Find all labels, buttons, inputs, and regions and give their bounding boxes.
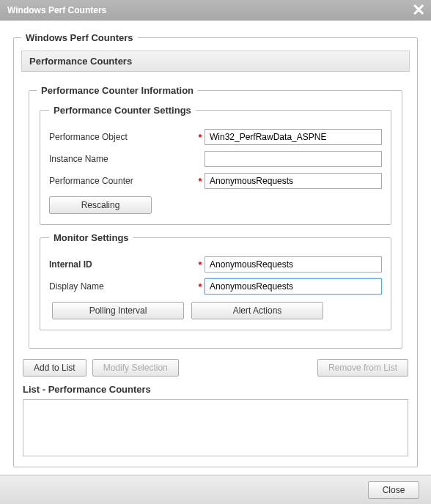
required-icon: * [196,259,205,270]
polling-interval-button[interactable]: Polling Interval [52,302,184,319]
list-box[interactable] [23,399,408,456]
section-header: Performance Counters [21,51,410,72]
input-internal-id[interactable] [205,256,382,273]
label-perf-object: Performance Object [49,132,196,142]
input-perf-object[interactable] [205,129,382,145]
monitor-legend: Monitor Settings [49,232,133,243]
info-legend: Performance Counter Information [37,85,198,96]
remove-from-list-button: Remove from List [317,359,408,377]
outer-fieldset: Windows Perf Counters Performance Counte… [13,32,418,467]
close-button[interactable]: Close [368,481,419,499]
required-icon: * [196,281,205,292]
label-instance-name: Instance Name [49,154,196,164]
label-perf-counter: Performance Counter [49,176,196,186]
label-internal-id: Internal ID [49,259,196,270]
rescaling-row: Rescaling [49,196,382,214]
row-perf-counter: Performance Counter * [49,173,382,189]
input-perf-counter[interactable] [205,173,382,189]
row-display-name: Display Name * [49,278,382,294]
footer: Close [0,475,431,504]
action-row: Add to List Modify Selection Remove from… [23,359,408,377]
required-icon: * [196,132,205,143]
required-icon: * [196,176,205,187]
close-icon[interactable]: ✕ [412,0,425,21]
alert-actions-button[interactable]: Alert Actions [191,302,323,319]
input-display-name[interactable] [205,278,382,294]
modify-selection-button: Modify Selection [92,359,179,377]
main-area: Windows Perf Counters Performance Counte… [0,21,431,467]
label-display-name: Display Name [49,281,196,292]
settings-legend: Performance Counter Settings [49,105,196,116]
settings-fieldset: Performance Counter Settings Performance… [40,105,391,225]
row-perf-object: Performance Object * [49,129,382,145]
spacer [185,359,312,377]
add-to-list-button[interactable]: Add to List [23,359,86,377]
input-instance-name[interactable] [205,151,382,167]
rescaling-button[interactable]: Rescaling [49,196,152,214]
window-title: Windows Perf Counters [7,5,106,15]
titlebar: Windows Perf Counters ✕ [0,0,431,21]
monitor-fieldset: Monitor Settings Internal ID * Display N… [40,232,391,330]
info-fieldset: Performance Counter Information Performa… [29,85,402,349]
outer-legend: Windows Perf Counters [21,32,138,43]
monitor-button-row: Polling Interval Alert Actions [52,302,382,319]
list-title: List - Performance Counters [23,384,408,395]
row-instance-name: Instance Name * [49,151,382,167]
row-internal-id: Internal ID * [49,256,382,273]
